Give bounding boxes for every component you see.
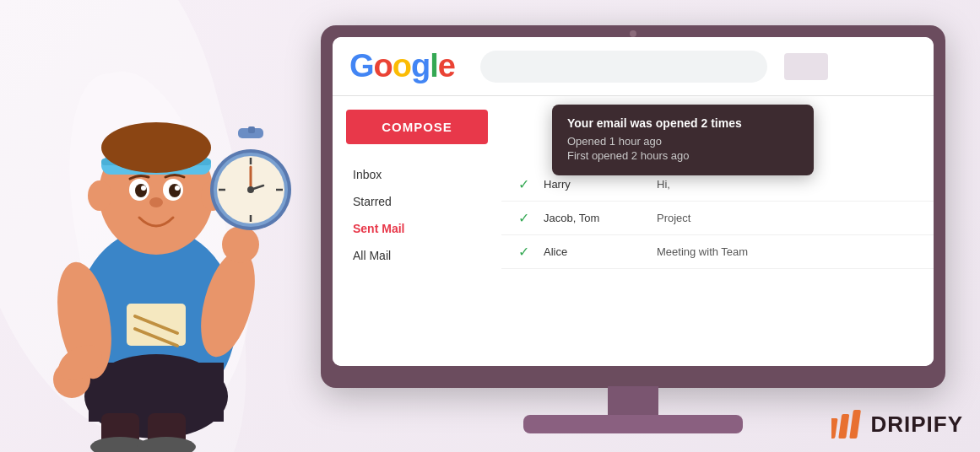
check-icon-2: ✓ [515,210,532,226]
svg-rect-41 [831,418,838,439]
compose-button[interactable]: COMPOSE [346,110,488,144]
logo-g2: g [411,48,430,84]
gmail-sidebar: COMPOSE Inbox Starred Sent Mail All Mail [333,96,501,366]
svg-point-40 [247,186,254,193]
svg-point-18 [169,184,181,197]
logo-o1: o [374,48,393,84]
svg-rect-43 [850,410,862,439]
character-illustration [0,0,363,452]
subject-1: Hi, [657,178,920,191]
nav-all[interactable]: All Mail [333,242,501,269]
svg-rect-30 [248,126,255,133]
svg-point-17 [135,184,147,197]
dripify-label: DRIPIFY [870,412,963,438]
check-icon-1: ✓ [515,176,532,192]
google-logo: Google [349,48,455,84]
sender-3: Alice [544,245,645,258]
svg-rect-2 [89,363,224,422]
monitor-bezel: Google COMPOSE Inbox Starred Sent Mail A… [333,37,934,366]
monitor-outer: Google COMPOSE Inbox Starred Sent Mail A… [321,25,945,388]
monitor: Google COMPOSE Inbox Starred Sent Mail A… [321,25,962,439]
stopwatch [204,126,297,236]
email-row-alice[interactable]: ✓ Alice Meeting with Team [501,235,934,269]
email-row-jacob[interactable]: ✓ Jacob, Tom Project [501,202,934,235]
sender-1: Harry [544,178,645,191]
nav-sent[interactable]: Sent Mail [333,215,501,242]
svg-point-21 [149,197,163,207]
logo-o2: o [393,48,411,84]
svg-point-28 [137,437,196,452]
svg-point-22 [88,180,111,211]
svg-point-20 [175,186,180,191]
gmail-header: Google [333,37,934,96]
nav-inbox[interactable]: Inbox [333,161,501,188]
subject-3: Meeting with Team [657,245,920,258]
gmail-content: Your email was opened 2 times Opened 1 h… [501,96,934,366]
header-button[interactable] [784,53,828,80]
svg-rect-42 [839,414,850,439]
nav-starred[interactable]: Starred [333,188,501,215]
logo-g: G [349,48,374,84]
logo-e: e [438,48,455,84]
tooltip-line2: First opened 2 hours ago [567,149,799,162]
svg-point-14 [101,122,211,173]
subject-2: Project [657,212,920,224]
tooltip-line1: Opened 1 hour ago [567,135,799,148]
search-bar[interactable] [480,51,767,83]
tooltip-title: Your email was opened 2 times [567,116,799,130]
monitor-stand-base [523,415,743,433]
dripify-brand: DRIPIFY [831,410,963,439]
monitor-camera [630,30,636,37]
check-icon-3: ✓ [515,244,532,260]
monitor-screen: Google COMPOSE Inbox Starred Sent Mail A… [333,37,934,366]
sender-2: Jacob, Tom [544,212,645,224]
dripify-stripes-icon [831,410,864,439]
gmail-body: COMPOSE Inbox Starred Sent Mail All Mail… [333,96,934,366]
svg-point-19 [141,186,146,191]
email-tooltip: Your email was opened 2 times Opened 1 h… [552,105,814,175]
logo-l: l [430,48,438,84]
